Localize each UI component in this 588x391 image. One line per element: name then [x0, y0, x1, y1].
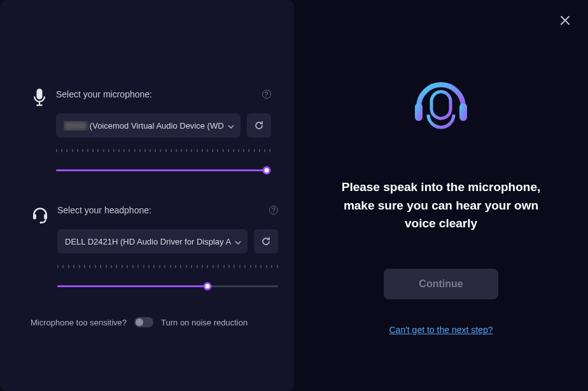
noise-reduction-row: Microphone too sensitive? Turn on noise … — [31, 317, 263, 327]
microphone-selected-value: ████(Voicemod Virtual Audio Device (WD — [64, 121, 224, 131]
microphone-icon — [31, 88, 48, 174]
microphone-select[interactable]: ████(Voicemod Virtual Audio Device (WD — [56, 113, 241, 138]
microphone-refresh-button[interactable] — [247, 113, 271, 138]
headphone-volume-slider[interactable] — [57, 281, 278, 290]
hero-microphone-icon — [400, 69, 482, 152]
continue-button[interactable]: Continue — [384, 269, 498, 299]
svg-rect-6 — [415, 103, 423, 121]
svg-rect-3 — [33, 214, 36, 220]
microphone-volume-slider[interactable] — [56, 166, 271, 174]
chevron-down-icon — [228, 120, 234, 131]
close-icon — [561, 16, 570, 25]
headphone-label: Select your headphone: — [57, 205, 151, 215]
headphone-select[interactable]: DELL D2421H (HD Audio Driver for Display… — [57, 229, 248, 253]
help-link[interactable]: Can't get to the next step? — [389, 325, 493, 335]
headphone-level-meter — [57, 264, 278, 270]
noise-reduction-toggle[interactable] — [134, 317, 153, 327]
headphone-help-icon[interactable]: ? — [269, 206, 278, 215]
close-button[interactable] — [559, 14, 571, 27]
headphone-icon — [31, 204, 50, 290]
refresh-icon — [254, 120, 264, 131]
noise-hint: Turn on noise reduction — [161, 318, 248, 327]
svg-rect-0 — [36, 89, 42, 99]
svg-rect-4 — [44, 214, 47, 220]
svg-point-5 — [40, 222, 42, 224]
instruction-text: Please speak into the microphone, make s… — [294, 178, 588, 233]
instruction-panel: Please speak into the microphone, make s… — [294, 0, 588, 391]
svg-rect-7 — [459, 103, 467, 121]
settings-panel: Select your microphone: ? ████(Voicemod … — [0, 0, 294, 391]
noise-question: Microphone too sensitive? — [31, 318, 127, 327]
headphone-section: Select your headphone: ? DELL D2421H (HD… — [31, 205, 263, 290]
microphone-label: Select your microphone: — [56, 89, 152, 99]
refresh-icon — [261, 236, 271, 246]
headphone-refresh-button[interactable] — [254, 229, 278, 253]
headphone-selected-value: DELL D2421H (HD Audio Driver for Display… — [65, 237, 231, 246]
chevron-down-icon — [235, 236, 241, 247]
microphone-help-icon[interactable]: ? — [262, 90, 271, 99]
microphone-section: Select your microphone: ? ████(Voicemod … — [31, 89, 263, 174]
microphone-level-meter — [56, 148, 271, 154]
